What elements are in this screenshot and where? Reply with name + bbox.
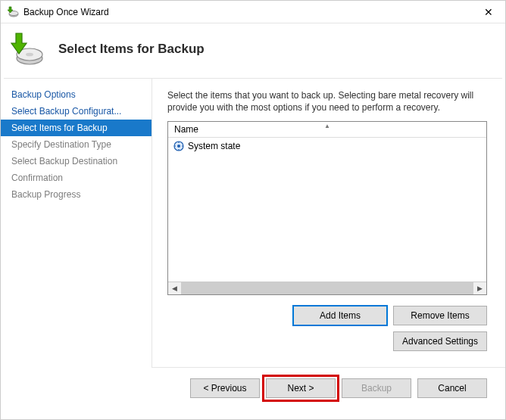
svg-point-4 <box>26 53 33 57</box>
wizard-window: Backup Once Wizard ✕ Select Items for Ba… <box>0 0 506 420</box>
step-select-items[interactable]: Select Items for Backup <box>1 120 151 136</box>
scroll-left-icon[interactable]: ◀ <box>168 282 181 294</box>
add-items-button[interactable]: Add Items <box>293 306 387 325</box>
listview-header[interactable]: ▲ Name <box>168 122 486 138</box>
cancel-button[interactable]: Cancel <box>417 378 487 398</box>
system-state-icon <box>173 140 185 152</box>
step-backup-destination: Select Backup Destination <box>1 153 151 170</box>
sidebar: Backup Options Select Backup Configurat.… <box>1 79 152 368</box>
column-name[interactable]: ▲ Name <box>168 122 486 137</box>
main: Select the items that you want to back u… <box>152 79 505 368</box>
backup-button: Backup <box>342 378 411 398</box>
step-backup-progress: Backup Progress <box>1 186 151 203</box>
scroll-track[interactable] <box>181 282 473 294</box>
titlebar: Backup Once Wizard ✕ <box>1 1 505 23</box>
svg-point-6 <box>177 145 180 148</box>
instruction-text: Select the items that you want to back u… <box>167 89 487 114</box>
close-button[interactable]: ✕ <box>471 1 505 23</box>
scroll-right-icon[interactable]: ▶ <box>473 282 486 294</box>
sort-indicator-icon: ▲ <box>324 123 330 129</box>
page-title: Select Items for Backup <box>58 42 205 57</box>
listview-body[interactable]: System state <box>168 138 486 282</box>
step-destination-type: Specify Destination Type <box>1 136 151 153</box>
wizard-icon <box>8 31 45 67</box>
items-listview[interactable]: ▲ Name <box>167 121 487 295</box>
scroll-thumb[interactable] <box>181 282 473 294</box>
list-item[interactable]: System state <box>168 139 486 153</box>
step-backup-options[interactable]: Backup Options <box>1 86 151 103</box>
window-title: Backup Once Wizard <box>23 7 109 17</box>
app-icon <box>7 6 19 18</box>
previous-button[interactable]: < Previous <box>190 378 260 398</box>
footer: < Previous Next > Backup Cancel <box>1 368 505 419</box>
step-select-backup-config[interactable]: Select Backup Configurat... <box>1 103 151 120</box>
column-name-label: Name <box>174 124 198 135</box>
horizontal-scrollbar[interactable]: ◀ ▶ <box>168 282 486 294</box>
header: Select Items for Backup <box>1 23 505 78</box>
step-confirmation: Confirmation <box>1 170 151 186</box>
remove-items-button[interactable]: Remove Items <box>393 306 487 325</box>
advanced-settings-button[interactable]: Advanced Settings <box>393 331 487 351</box>
list-item-label: System state <box>188 141 240 151</box>
body: Backup Options Select Backup Configurat.… <box>1 79 505 368</box>
next-button[interactable]: Next > <box>266 378 336 398</box>
